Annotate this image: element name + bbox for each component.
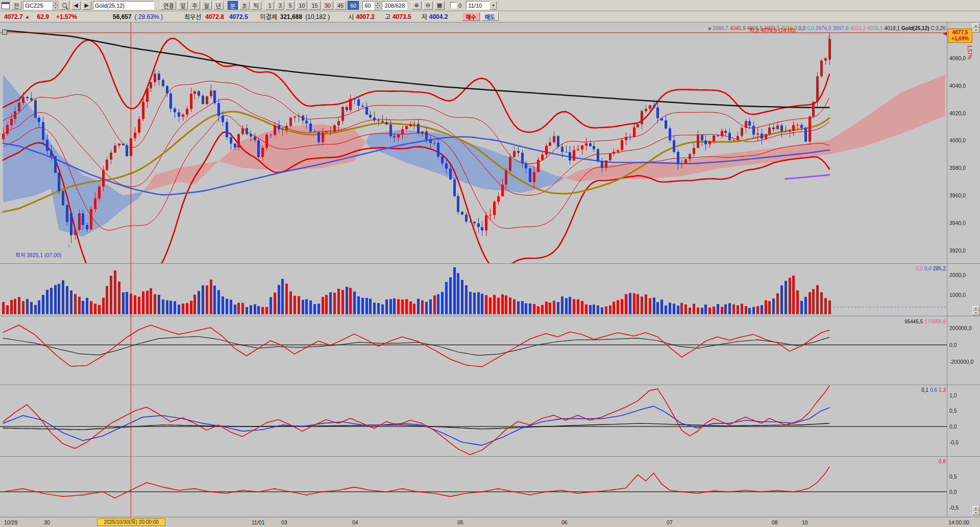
interval-input[interactable]: 60 bbox=[362, 1, 375, 10]
time-axis-label: 10/29 bbox=[4, 519, 17, 525]
date-input[interactable]: 11/10 bbox=[466, 1, 489, 10]
volume-axis-label: 1000,0 bbox=[949, 292, 966, 298]
symbol-combo[interactable]: GCZ25 ▲▼ bbox=[23, 1, 58, 10]
oscillator2-legend: 0,1 0,6 1,3 bbox=[921, 387, 946, 393]
interval-30-button[interactable]: 30 bbox=[322, 1, 333, 10]
price-axis-label: 3920,0 bbox=[949, 247, 966, 254]
legend-value: 4035,1 bbox=[867, 26, 883, 31]
connect-button[interactable]: 연결 bbox=[161, 1, 176, 10]
sell-button[interactable]: 매도 bbox=[481, 12, 499, 21]
date-dropdown-icon[interactable]: ▼ bbox=[489, 1, 497, 10]
legend-value: 0,1 bbox=[921, 387, 928, 393]
interval-15-button[interactable]: 15 bbox=[309, 1, 320, 10]
spin-up-icon[interactable]: ▲ bbox=[375, 1, 380, 6]
interval-combo[interactable]: 60 ▲▼ bbox=[362, 1, 380, 10]
legend-value: 3986,7 bbox=[713, 26, 728, 31]
legend-symbol-name: Gold(25,12) bbox=[901, 26, 929, 31]
open-interest: 321,688 bbox=[280, 13, 302, 20]
period-minute-button[interactable]: 분 bbox=[228, 1, 238, 10]
time-axis-label: 11/01 bbox=[252, 519, 265, 525]
time-axis-label: 04 bbox=[352, 519, 358, 525]
legend-value: 0,6 bbox=[930, 387, 937, 393]
main-toolbar: 전 GCZ25 ▲▼ ◀ ▶ Gold(25,12) 연결 일 주 월 년 분 … bbox=[0, 0, 980, 11]
volume-legend: 0,0 0,0 285,2 bbox=[916, 266, 946, 271]
scroll-down-icon[interactable]: ▼ bbox=[972, 28, 979, 33]
period-month-button[interactable]: 월 bbox=[202, 1, 212, 10]
legend-value: 285,2 bbox=[933, 266, 946, 271]
period-year-button[interactable]: 년 bbox=[213, 1, 224, 10]
prev-symbol-button[interactable]: ◀ bbox=[71, 1, 80, 10]
spin-down-icon[interactable]: ▼ bbox=[375, 6, 380, 10]
scroll-down-icon[interactable]: ▼ bbox=[972, 311, 979, 315]
last-price: 4072.7 bbox=[4, 13, 23, 20]
legend-value: 4023,3 bbox=[850, 26, 866, 31]
trendline-handle[interactable] bbox=[2, 30, 7, 35]
symbol-input[interactable]: GCZ25 bbox=[23, 1, 53, 10]
price-axis-label: 4040,0 bbox=[949, 83, 966, 89]
price-axis-label: 4000,0 bbox=[949, 137, 966, 143]
period-day-button[interactable]: 일 bbox=[178, 1, 188, 10]
interval-5-button[interactable]: 5 bbox=[286, 1, 295, 10]
side-percent-label: 1,57% bbox=[967, 45, 972, 59]
time-axis-label: 06 bbox=[561, 519, 568, 525]
scroll-down-icon[interactable]: ▼ bbox=[972, 511, 979, 515]
legend-value: 0,0 bbox=[916, 266, 923, 271]
interval-60-button[interactable]: 60 bbox=[348, 1, 359, 10]
chart-canvas[interactable] bbox=[0, 22, 947, 517]
date-picker[interactable]: 11/10 ▼ bbox=[466, 1, 497, 10]
osc2-axis-label: 0,0 bbox=[949, 423, 957, 430]
scroll-up-icon[interactable]: ▲ bbox=[972, 306, 979, 311]
jeon-button[interactable]: 전 bbox=[11, 1, 21, 10]
osc1-axis-label: -200000,0 bbox=[949, 359, 973, 365]
price-axis-divider bbox=[947, 22, 947, 527]
crosshair-date-box: 2025/10/30(목) 20:00:00 bbox=[97, 518, 165, 526]
osc2-axis-label: 0,5 bbox=[949, 408, 957, 414]
settings-button[interactable]: ▦ bbox=[434, 1, 445, 10]
period-tick-button[interactable]: 틱 bbox=[251, 1, 261, 10]
zero-checkbox-label: 0 bbox=[458, 3, 461, 9]
legend-value: 1,3 bbox=[939, 387, 946, 393]
current-price-badge: 4077,5 +1,69% bbox=[948, 29, 972, 43]
zoom-in-button[interactable]: ⊕ bbox=[411, 1, 421, 10]
pane-separator[interactable] bbox=[0, 263, 980, 264]
zero-checkbox[interactable] bbox=[450, 2, 457, 9]
interval-3-button[interactable]: 3 bbox=[276, 1, 284, 10]
next-symbol-button[interactable]: ▶ bbox=[82, 1, 91, 10]
open-interest-change: (10,182 ) bbox=[305, 13, 330, 20]
legend-value: 3974,9 bbox=[816, 26, 831, 31]
spin-down-icon[interactable]: ▼ bbox=[53, 6, 58, 10]
search-icon bbox=[62, 3, 67, 8]
interval-1-button[interactable]: 1 bbox=[265, 1, 274, 10]
time-axis-label: 07 bbox=[667, 519, 673, 525]
pane-separator[interactable] bbox=[0, 316, 980, 316]
scroll-up-icon[interactable]: ▲ bbox=[972, 506, 979, 511]
spin-up-icon[interactable]: ▲ bbox=[53, 1, 58, 6]
buy-button[interactable]: 매수 bbox=[462, 12, 479, 21]
symbol-name-field[interactable]: Gold(25,12) bbox=[93, 1, 154, 10]
interval-10-button[interactable]: 10 bbox=[296, 1, 307, 10]
open-interest-label: 미결제 bbox=[260, 12, 277, 21]
legend-value: 0,0 bbox=[924, 266, 932, 271]
price-change: 62.9 bbox=[37, 13, 49, 20]
low-label: 저 bbox=[422, 12, 427, 21]
current-price: 4077,5 bbox=[948, 30, 972, 36]
legend-extra: C:3,26 bbox=[931, 26, 946, 31]
osc1-axis-label: 0,0 bbox=[949, 342, 957, 348]
zoom-out-button[interactable]: ⊖ bbox=[423, 1, 433, 10]
interval-spinner[interactable]: ▲▼ bbox=[375, 1, 380, 10]
period-week-button[interactable]: 주 bbox=[189, 1, 200, 10]
pane-separator[interactable] bbox=[0, 456, 980, 457]
best-ask: 4072.8 bbox=[205, 13, 224, 20]
pane-separator[interactable] bbox=[0, 385, 980, 385]
symbol-spinner[interactable]: ▲▼ bbox=[53, 1, 58, 10]
time-axis-label: 30 bbox=[44, 519, 50, 525]
search-button[interactable] bbox=[60, 1, 69, 10]
app-icon bbox=[2, 2, 10, 9]
price-axis-label: 4020,0 bbox=[949, 110, 966, 116]
scroll-up-icon[interactable]: ▲ bbox=[972, 23, 979, 28]
oscillator3-legend: 0,8 bbox=[939, 459, 946, 464]
period-second-button[interactable]: 초 bbox=[239, 1, 250, 10]
oscillator1-legend: 95445,5 176658,8 bbox=[904, 319, 946, 324]
high-annotation: 최고 4078,5 (14:00) bbox=[749, 26, 796, 34]
interval-45-button[interactable]: 45 bbox=[335, 1, 346, 10]
